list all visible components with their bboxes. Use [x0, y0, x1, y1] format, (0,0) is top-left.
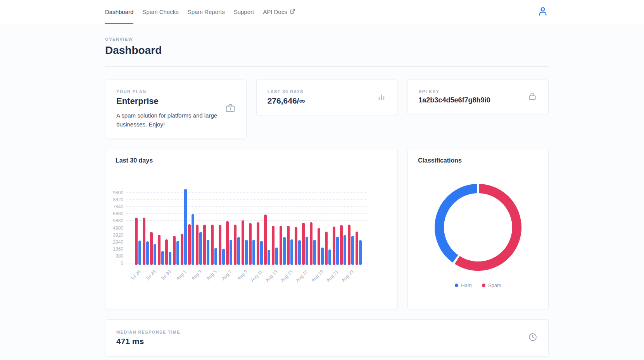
- bar-ham: [138, 241, 141, 265]
- y-tick-label: 9800: [113, 190, 123, 196]
- bar-spam: [181, 234, 183, 265]
- bar-spam: [249, 223, 252, 265]
- bar-spam: [165, 239, 168, 265]
- donut-rings: [435, 184, 521, 271]
- bar-ham: [214, 248, 217, 265]
- legend-dot: [455, 284, 458, 287]
- legend-item-spam[interactable]: Spam: [482, 282, 501, 288]
- y-tick-label: 980: [116, 253, 123, 259]
- nav-label: Support: [234, 9, 254, 15]
- bar-ham: [275, 248, 278, 265]
- bar-ham: [146, 241, 149, 265]
- bar-group: Aug 9: [242, 220, 248, 263]
- donut-segment-ham: [439, 189, 477, 259]
- median-response-time-card: MEDIAN RESPONSE TIME 471 ms: [105, 319, 549, 357]
- briefcase-icon: [225, 103, 235, 115]
- bar-group: [219, 225, 225, 263]
- donut-chart: HamSpam: [408, 172, 548, 288]
- bar-ham: [298, 240, 301, 265]
- bar-chart: 0980196029403920490058806860784088209800…: [105, 172, 397, 263]
- bar-spam: [333, 227, 335, 265]
- bar-group: Aug 1: [181, 189, 187, 263]
- nav-item-api-docs[interactable]: API Docs: [263, 0, 295, 24]
- y-tick-label: 1960: [113, 246, 123, 252]
- bar-chart-y-axis: 0980196029403920490058806860784088209800: [110, 193, 123, 263]
- nav-item-spam-checks[interactable]: Spam Checks: [142, 0, 178, 24]
- y-tick-label: 8820: [113, 197, 123, 202]
- last-30-days-chart-card: Last 30 days 098019602940392049005880686…: [105, 149, 398, 309]
- user-icon: [537, 5, 549, 19]
- bar-ham: [222, 249, 225, 265]
- x-tick-label: Aug 19: [310, 269, 325, 283]
- bar-spam: [257, 222, 259, 265]
- bar-spam: [196, 225, 199, 265]
- bar-spam: [203, 225, 206, 265]
- plan-card: YOUR PLAN Enterprise A spam solution for…: [105, 80, 247, 139]
- bar-ham: [283, 237, 286, 265]
- bar-ham: [230, 240, 232, 265]
- bar-group: Aug 19: [318, 228, 324, 263]
- bar-spam: [234, 225, 237, 265]
- api-key-value: 1a2b3c4d5e6f7g8h9i0: [418, 96, 490, 104]
- bar-ham: [207, 240, 209, 265]
- bar-group: [280, 226, 286, 263]
- external-link-icon: [290, 9, 295, 15]
- legend-label: Spam: [488, 282, 501, 288]
- bar-ham: [321, 248, 324, 265]
- bar-spam: [173, 236, 176, 265]
- bar-spam: [226, 221, 229, 265]
- bar-ham: [154, 244, 156, 265]
- bar-group: Jul 26: [135, 218, 141, 263]
- y-tick-label: 4900: [113, 225, 123, 231]
- bar-group: Aug 7: [226, 221, 232, 263]
- bar-group: Aug 21: [333, 227, 339, 263]
- donut-legend: HamSpam: [455, 282, 501, 288]
- bar-ham: [245, 240, 248, 265]
- clock-icon: [528, 332, 537, 343]
- donut-chart-title: Classifications: [408, 149, 548, 172]
- y-tick-label: 0: [121, 261, 123, 266]
- bar-spam: [264, 215, 267, 265]
- bar-spam: [135, 218, 138, 265]
- plan-name: Enterprise: [116, 96, 219, 106]
- bar-spam: [302, 223, 305, 265]
- nav-item-support[interactable]: Support: [234, 0, 254, 24]
- bar-group: Aug 17: [302, 223, 308, 263]
- x-tick-label: Aug 23: [340, 269, 355, 283]
- bar-ham: [359, 240, 362, 265]
- title-divider: [105, 66, 549, 67]
- x-tick-label: Aug 9: [236, 269, 248, 281]
- api-key-card: API KEY 1a2b3c4d5e6f7g8h9i0: [407, 80, 549, 114]
- legend-item-ham[interactable]: Ham: [455, 282, 471, 288]
- bar-group: Aug 3: [196, 225, 202, 263]
- bar-group: Aug 23: [348, 225, 354, 263]
- bar-group: [188, 214, 194, 263]
- plan-card-label: YOUR PLAN: [116, 89, 219, 94]
- bar-group: [173, 236, 179, 263]
- y-tick-label: 7840: [113, 204, 123, 209]
- bar-group: [325, 232, 331, 263]
- bar-spam: [219, 225, 221, 265]
- classifications-chart-card: Classifications HamSpam: [407, 149, 549, 309]
- bar-spam: [356, 232, 358, 265]
- nav-item-spam-reports[interactable]: Spam Reports: [188, 0, 225, 24]
- bar-ham: [176, 241, 179, 265]
- bar-ham: [192, 214, 194, 265]
- bar-spam: [211, 225, 214, 265]
- bar-ham: [184, 189, 187, 265]
- bar-group: [249, 223, 255, 263]
- bar-spam: [325, 232, 328, 265]
- bar-spam: [318, 228, 320, 265]
- nav-item-dashboard[interactable]: Dashboard: [105, 0, 133, 24]
- bar-ham: [328, 249, 331, 265]
- plan-description: A spam solution for platforms and large …: [116, 111, 219, 129]
- bar-ham: [313, 240, 316, 265]
- x-tick-label: Aug 13: [264, 269, 279, 283]
- bar-group: [310, 222, 316, 263]
- bar-group: Aug 11: [257, 222, 263, 263]
- bar-group: Aug 5: [211, 225, 217, 263]
- user-account-button[interactable]: [537, 5, 549, 19]
- bar-spam: [295, 227, 297, 265]
- bar-ham: [237, 237, 240, 265]
- bar-ham: [199, 232, 202, 265]
